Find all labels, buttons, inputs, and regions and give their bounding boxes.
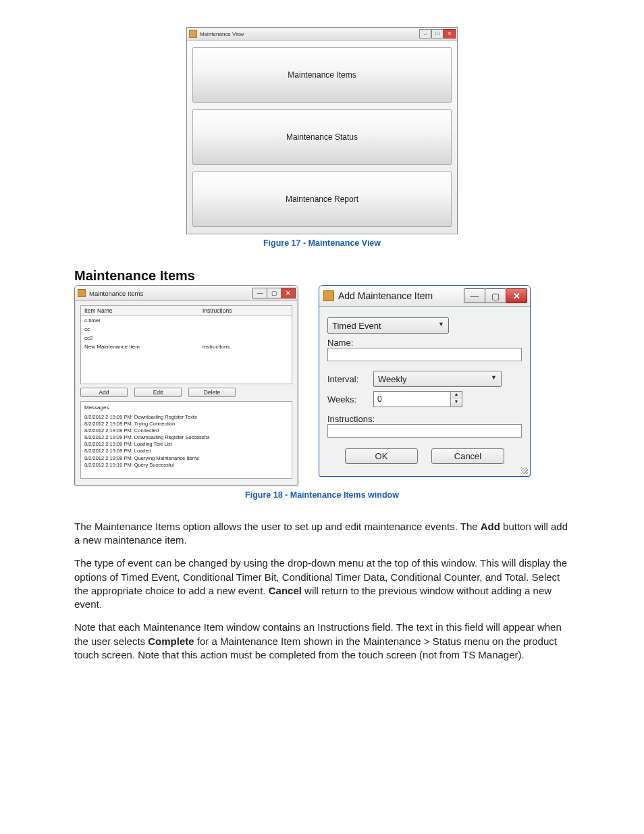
messages-panel: Messages 8/2/2012 2:19:09 PM: Downloadin… — [80, 401, 292, 479]
window-controls: – ☐ ✕ — [419, 29, 456, 38]
window-titlebar: Maintenance View – ☐ ✕ — [187, 28, 457, 41]
text: The Maintenance Items option allows the … — [74, 521, 481, 532]
bold-cancel: Cancel — [269, 585, 302, 596]
minimize-button[interactable]: — — [464, 288, 485, 303]
list-row[interactable]: c timer — [81, 316, 292, 325]
list-button-row: Add Edit Delete — [80, 388, 292, 397]
interval-value: Weekly — [378, 374, 406, 384]
close-button[interactable]: ✕ — [506, 288, 527, 303]
maintenance-items-window: Maintenance Items — ▢ ✕ Item Name Instru… — [74, 285, 298, 486]
resize-grip-icon[interactable] — [521, 467, 528, 474]
name-input[interactable] — [327, 348, 522, 361]
stepper-down-icon[interactable]: ▼ — [451, 399, 462, 407]
add-button[interactable]: Add — [80, 388, 128, 397]
close-button[interactable]: ✕ — [281, 288, 296, 298]
maintenance-status-button[interactable]: Maintenance Status — [192, 109, 452, 165]
paragraph-1: The Maintenance Items option allows the … — [74, 520, 570, 548]
cell-instructions: instructions — [199, 342, 292, 351]
message-line: 8/2/2012 2:19:09 PM: Loaded — [84, 448, 288, 454]
figure-18-row: Maintenance Items — ▢ ✕ Item Name Instru… — [74, 285, 570, 486]
weeks-value: 0 — [374, 392, 450, 407]
stepper-arrows: ▲ ▼ — [450, 392, 462, 407]
app-icon — [323, 290, 334, 301]
delete-button[interactable]: Delete — [188, 388, 236, 397]
interval-select[interactable]: Weekly — [373, 371, 502, 387]
name-label: Name: — [327, 338, 522, 348]
button-label: Maintenance Items — [288, 70, 356, 80]
figure-caption: Figure 17 - Maintenance View — [74, 238, 570, 248]
maximize-button[interactable]: ▢ — [267, 288, 281, 298]
bold-add: Add — [481, 521, 500, 532]
weeks-stepper[interactable]: 0 ▲ ▼ — [373, 391, 462, 407]
add-maintenance-item-window: Add Maintenance Item — ▢ ✕ Timed Event N… — [319, 285, 531, 477]
instructions-input[interactable] — [327, 424, 522, 438]
cell-instructions — [199, 316, 292, 325]
app-icon — [189, 30, 197, 38]
cancel-button[interactable]: Cancel — [431, 448, 504, 464]
message-line: 8/2/2012 2:19:09 PM: Loading Text List — [84, 441, 288, 448]
minimize-button[interactable]: — — [252, 288, 267, 298]
cell-name: cc — [81, 325, 199, 334]
paragraph-2: The type of event can be changed by usin… — [74, 556, 570, 611]
button-label: Maintenance Status — [286, 132, 358, 142]
list-row[interactable]: cc — [81, 325, 292, 334]
col-header-name: Item Name — [81, 306, 199, 315]
close-button[interactable]: ✕ — [444, 29, 456, 38]
paragraph-3: Note that each Maintenance Item window c… — [74, 621, 570, 662]
button-label: Maintenance Report — [286, 194, 358, 204]
col-header-instructions: Instructions — [199, 306, 292, 315]
ok-button[interactable]: OK — [345, 448, 418, 464]
window-title: Maintenance View — [200, 31, 244, 37]
dialog-button-row: OK Cancel — [327, 448, 522, 464]
maximize-button[interactable]: ☐ — [431, 29, 444, 38]
window-titlebar: Add Maintenance Item — ▢ ✕ — [319, 286, 530, 307]
messages-label: Messages — [84, 405, 288, 412]
event-type-value: Timed Event — [332, 321, 381, 331]
weeks-label: Weeks: — [327, 394, 368, 405]
message-line: 8/2/2012 2:19:09 PM: Downloading Registe… — [84, 414, 288, 421]
stepper-up-icon[interactable]: ▲ — [451, 392, 462, 399]
window-title: Maintenance Items — [89, 290, 143, 297]
maintenance-report-button[interactable]: Maintenance Report — [192, 172, 452, 227]
app-icon — [78, 289, 86, 297]
bold-complete: Complete — [148, 635, 194, 647]
dialog-body: Timed Event Name: Interval: Weekly Weeks… — [319, 307, 530, 473]
cell-instructions — [199, 334, 292, 342]
list-row[interactable]: cc2 — [81, 334, 292, 342]
cell-name: New Maintenance Item — [81, 342, 199, 351]
maximize-button[interactable]: ▢ — [485, 288, 506, 303]
figure-caption: Figure 18 - Maintenance Items window — [74, 490, 570, 500]
maintenance-view-window: Maintenance View – ☐ ✕ Maintenance Items… — [186, 27, 458, 234]
window-title: Add Maintenance Item — [338, 290, 433, 301]
message-line: 8/2/2012 2:19:09 PM: Connected — [84, 427, 288, 434]
items-list[interactable]: Item Name Instructions c timer cc cc2 Ne… — [80, 305, 292, 384]
window-controls: — ▢ ✕ — [464, 288, 527, 303]
minimize-button[interactable]: – — [419, 29, 431, 38]
event-type-select[interactable]: Timed Event — [327, 317, 449, 334]
cell-instructions — [199, 325, 292, 334]
message-line: 8/2/2012 2:19:09 PM: Trying Connection — [84, 421, 288, 427]
message-line: 8/2/2012 2:19:09 PM: Downloading Registe… — [84, 434, 288, 441]
section-heading: Maintenance Items — [74, 268, 570, 284]
list-row[interactable]: New Maintenance Item instructions — [81, 342, 292, 351]
message-line: 8/2/2012 2:19:09 PM: Querying Maintenanc… — [84, 455, 288, 462]
message-line: 8/2/2012 2:19:10 PM: Query Successful — [84, 462, 288, 469]
window-body: Item Name Instructions c timer cc cc2 Ne… — [75, 301, 298, 486]
window-controls: — ▢ ✕ — [252, 288, 296, 298]
instructions-label: Instructions: — [327, 414, 522, 424]
window-titlebar: Maintenance Items — ▢ ✕ — [75, 286, 298, 301]
maintenance-items-button[interactable]: Maintenance Items — [192, 47, 452, 103]
edit-button[interactable]: Edit — [134, 388, 182, 397]
list-header: Item Name Instructions — [81, 306, 292, 316]
cell-name: cc2 — [81, 334, 199, 342]
cell-name: c timer — [81, 316, 199, 325]
interval-label: Interval: — [327, 374, 368, 384]
